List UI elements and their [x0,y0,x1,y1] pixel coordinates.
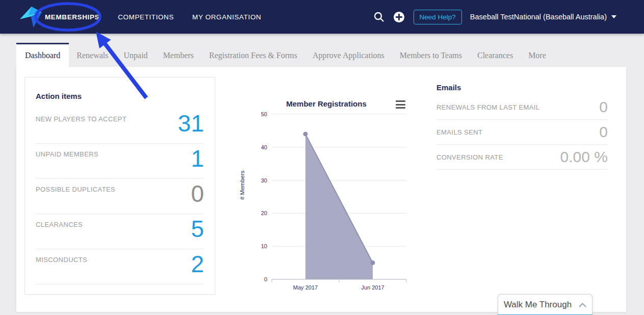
emails-row-conversion: CONVERSION RATE 0.00 % [436,145,608,170]
chart-title: Member Registrations [240,99,413,108]
svg-text:50: 50 [261,111,267,117]
need-help-button[interactable]: Need Help? [414,10,462,24]
hamburger-icon[interactable] [396,100,405,109]
walk-me-through-button[interactable]: Walk Me Through [498,294,593,315]
tab-dashboard[interactable]: Dashboard [16,43,69,67]
svg-text:30: 30 [261,177,267,183]
tab-unpaid[interactable]: Unpaid [116,44,156,67]
action-item-clearances[interactable]: CLEARANCES 5 [36,214,204,249]
emails-row-label: RENEWALS FROM LAST EMAIL [436,103,539,111]
emails-title: Emails [436,83,608,92]
section-tabs: Dashboard Renewals Unpaid Members Regist… [16,34,554,67]
emails-row-renewals: RENEWALS FROM LAST EMAIL 0 [436,95,608,120]
tab-clearances[interactable]: Clearances [470,44,521,67]
svg-text:Jun 2017: Jun 2017 [361,284,384,291]
action-item-count: 31 [178,109,204,143]
gameday-logo-icon[interactable] [18,6,42,29]
tab-approve-applications[interactable]: Approve Applications [305,44,392,67]
emails-row-label: EMAILS SENT [436,128,482,136]
action-item-label: POSSIBLE DUPLICATES [36,179,115,214]
organisation-selector[interactable]: Baseball TestNational (Baseball Australi… [470,13,616,21]
emails-row-sent: EMAILS SENT 0 [436,120,608,145]
member-registrations-chart: Member Registrations # Members 010203040… [240,97,413,297]
emails-row-value: 0 [599,98,608,116]
action-item-new-players[interactable]: NEW PLAYERS TO ACCEPT 31 [36,109,204,144]
chart-y-axis-label: # Members [239,170,245,200]
main-nav: MEMBERSHIPS COMPETITIONS MY ORGANISATION [45,0,261,34]
emails-row-value: 0.00 % [560,148,608,166]
action-item-label: MISCONDUCTS [36,249,87,284]
nav-item-my-organisation[interactable]: MY ORGANISATION [192,13,261,21]
action-items-title: Action items [36,92,204,100]
action-item-possible-duplicates[interactable]: POSSIBLE DUPLICATES 0 [36,179,204,214]
tab-registration-fees-forms[interactable]: Registration Fees & Forms [201,44,305,67]
action-item-misconducts[interactable]: MISCONDUCTS 2 [36,249,204,284]
action-items-card: Action items NEW PLAYERS TO ACCEPT 31 UN… [24,77,215,295]
caret-down-icon [611,15,616,18]
svg-text:May 2017: May 2017 [293,284,318,291]
svg-text:0: 0 [264,276,267,282]
svg-text:40: 40 [261,144,267,150]
tab-renewals[interactable]: Renewals [69,44,116,67]
action-item-label: UNPAID MEMBERS [36,144,98,178]
add-icon[interactable] [393,11,405,23]
chart-plot-area: 01020304050May 2017Jun 2017 [240,97,413,297]
tab-members-to-teams[interactable]: Members to Teams [392,44,470,67]
emails-section: Emails RENEWALS FROM LAST EMAIL 0 EMAILS… [436,83,608,170]
nav-item-memberships[interactable]: MEMBERSHIPS [45,13,99,21]
navbar-right: Need Help? Baseball TestNational (Baseba… [373,0,616,34]
walk-me-through-label: Walk Me Through [504,300,572,310]
emails-row-label: CONVERSION RATE [436,153,503,161]
chevron-up-icon [579,303,586,307]
search-icon[interactable] [373,11,385,23]
emails-row-value: 0 [599,123,608,141]
action-item-count: 5 [191,215,204,249]
action-item-label: NEW PLAYERS TO ACCEPT [36,109,126,143]
action-item-label: CLEARANCES [36,214,83,249]
organisation-name: Baseball TestNational (Baseball Australi… [470,13,607,21]
action-item-unpaid-members[interactable]: UNPAID MEMBERS 1 [36,144,204,179]
svg-text:20: 20 [261,210,267,216]
tab-more[interactable]: More [521,44,554,67]
top-navbar: MEMBERSHIPS COMPETITIONS MY ORGANISATION… [0,0,644,34]
action-item-count: 0 [191,179,204,214]
action-item-count: 1 [191,144,204,178]
tab-members[interactable]: Members [156,44,201,67]
svg-text:10: 10 [261,243,267,249]
action-item-count: 2 [191,250,204,284]
nav-item-competitions[interactable]: COMPETITIONS [118,13,174,21]
